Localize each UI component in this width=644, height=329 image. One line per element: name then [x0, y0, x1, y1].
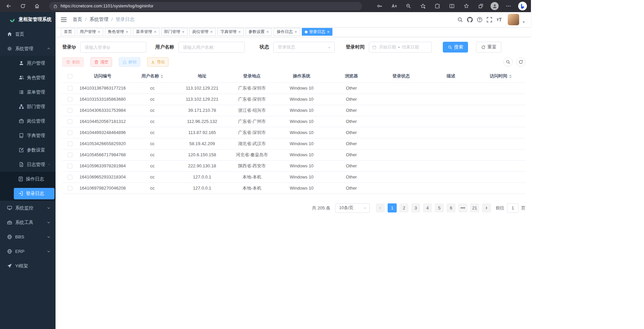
close-icon[interactable]: × — [238, 30, 241, 34]
row-checkbox[interactable] — [68, 186, 72, 191]
export-button[interactable]: 导出 — [147, 57, 169, 67]
login-time-range-picker[interactable]: 开始日期 - 结束日期 — [369, 42, 432, 53]
close-icon[interactable]: × — [126, 30, 129, 34]
tab-user-mgmt[interactable]: 用户管理× — [77, 28, 103, 36]
browser-profile-avatar[interactable] — [491, 2, 499, 10]
row-checkbox[interactable] — [68, 108, 72, 113]
sidebar-item-role-mgmt[interactable]: 角色管理 — [0, 70, 56, 85]
close-icon[interactable]: × — [266, 30, 269, 34]
username-input[interactable] — [178, 42, 245, 53]
app-logo[interactable]: 意框架管理系统 — [0, 12, 56, 27]
sidebar-item-operation-log[interactable]: 操作日志 — [0, 172, 56, 186]
browser-back-button[interactable] — [4, 1, 13, 11]
delete-button[interactable]: 删除 — [62, 57, 84, 67]
clear-button[interactable]: 清空 — [91, 57, 112, 67]
close-icon[interactable]: × — [327, 30, 330, 34]
sidebar-item-yi-framework[interactable]: Yi框架 — [0, 259, 56, 273]
sidebar-item-login-log[interactable]: 登录日志 — [0, 186, 56, 201]
collections-button[interactable] — [476, 1, 486, 11]
help-button[interactable] — [476, 17, 482, 23]
sidebar-item-dict-mgmt[interactable]: 字典管理 — [0, 128, 56, 143]
bing-copilot-button[interactable] — [518, 2, 527, 10]
password-key-button[interactable] — [375, 1, 384, 11]
font-size-button[interactable] — [496, 17, 502, 23]
close-icon[interactable]: × — [154, 30, 156, 34]
tab-dept-mgmt[interactable]: 部门管理× — [161, 28, 188, 36]
breadcrumb-system-mgmt[interactable]: 系统管理 — [90, 17, 108, 23]
tab-role-mgmt[interactable]: 角色管理× — [105, 28, 132, 36]
browser-home-button[interactable] — [32, 1, 42, 11]
page-button-3[interactable]: 3 — [411, 203, 420, 212]
sidebar-item-erp[interactable]: ERP — [0, 244, 56, 259]
select-all-checkbox[interactable] — [68, 74, 72, 79]
page-size-select[interactable]: 10条/页 — [335, 203, 370, 213]
header-visit-time[interactable]: 访问时间 — [476, 70, 526, 83]
toggle-search-button[interactable] — [503, 57, 513, 67]
split-screen-button[interactable] — [447, 1, 457, 11]
add-favorite-button[interactable] — [418, 1, 428, 11]
sidebar-item-log-mgmt[interactable]: 日志管理 — [0, 157, 56, 172]
tab-operation-log[interactable]: 操作日志× — [274, 28, 300, 36]
page-button-1[interactable]: 1 — [388, 203, 397, 212]
more-pages-button[interactable]: ••• — [458, 203, 467, 212]
next-page-button[interactable] — [482, 203, 491, 212]
user-avatar[interactable] — [508, 14, 519, 25]
tab-param-settings[interactable]: 参数设置× — [246, 28, 272, 36]
header-username[interactable]: 用户名称 — [128, 70, 177, 83]
fullscreen-button[interactable] — [486, 17, 492, 23]
sidebar-item-user-mgmt[interactable]: 用户管理 — [0, 56, 56, 70]
prev-page-button[interactable] — [376, 203, 385, 212]
goto-page-input[interactable] — [507, 203, 518, 213]
close-icon[interactable]: × — [182, 30, 185, 34]
hamburger-icon[interactable] — [61, 17, 67, 23]
sidebar-item-system-tools[interactable]: 系统工具 — [0, 215, 56, 230]
favorites-bar-button[interactable] — [462, 1, 471, 11]
sort-carets-icon[interactable] — [509, 74, 512, 78]
sidebar-item-post-mgmt[interactable]: 岗位管理 — [0, 114, 56, 128]
breadcrumb-home[interactable]: 首页 — [73, 17, 82, 23]
header-search-button[interactable] — [457, 17, 463, 23]
chevron-down-icon[interactable] — [522, 20, 526, 24]
row-checkbox[interactable] — [68, 164, 72, 168]
sidebar-item-param-settings[interactable]: 参数设置 — [0, 143, 56, 157]
page-button-last[interactable]: 21 — [470, 203, 479, 212]
sidebar-item-system-monitor[interactable]: 系统监控 — [0, 201, 56, 215]
sidebar-item-dept-mgmt[interactable]: 部门管理 — [0, 99, 56, 114]
sidebar-item-menu-mgmt[interactable]: 菜单管理 — [0, 85, 56, 99]
row-checkbox[interactable] — [68, 175, 72, 179]
browser-refresh-button[interactable] — [18, 1, 28, 11]
login-ip-input[interactable] — [80, 42, 146, 53]
tab-menu-mgmt[interactable]: 菜单管理× — [133, 28, 159, 36]
row-checkbox[interactable] — [68, 130, 72, 135]
row-checkbox[interactable] — [68, 141, 72, 146]
page-button-5[interactable]: 5 — [435, 203, 444, 212]
extensions-button[interactable] — [433, 1, 442, 11]
page-button-6[interactable]: 6 — [446, 203, 456, 212]
zoom-out-button[interactable] — [404, 1, 413, 11]
refresh-table-button[interactable] — [516, 57, 526, 67]
row-checkbox[interactable] — [68, 153, 72, 157]
page-button-4[interactable]: 4 — [423, 203, 432, 212]
browser-menu-button[interactable] — [504, 1, 513, 11]
sidebar-item-system-mgmt[interactable]: 系统管理 — [0, 41, 56, 56]
page-button-2[interactable]: 2 — [399, 203, 408, 212]
row-checkbox[interactable] — [68, 119, 72, 124]
sidebar-item-bbs[interactable]: BBS — [0, 230, 56, 244]
sidebar-item-home[interactable]: 首页 — [0, 27, 56, 41]
row-checkbox[interactable] — [68, 97, 72, 102]
read-aloud-button[interactable] — [389, 1, 399, 11]
unlock-button[interactable]: 解锁 — [119, 57, 140, 67]
close-icon[interactable]: × — [210, 30, 213, 34]
browser-url-bar[interactable]: https://ccnetcore.com:1101/system/log/lo… — [49, 2, 362, 10]
row-checkbox[interactable] — [68, 86, 72, 91]
sort-carets-icon[interactable] — [160, 74, 163, 78]
close-icon[interactable]: × — [294, 30, 297, 34]
search-button[interactable]: 搜索 — [443, 42, 468, 53]
tab-post-mgmt[interactable]: 岗位管理× — [189, 28, 216, 36]
tab-dict-mgmt[interactable]: 字典管理× — [217, 28, 244, 36]
github-button[interactable] — [467, 17, 473, 23]
tab-home[interactable]: 首页 — [61, 28, 75, 36]
login-status-select[interactable]: 登录状态 — [273, 42, 335, 53]
tab-login-log[interactable]: 登录日志× — [302, 28, 333, 36]
reset-button[interactable]: 重置 — [476, 42, 501, 53]
